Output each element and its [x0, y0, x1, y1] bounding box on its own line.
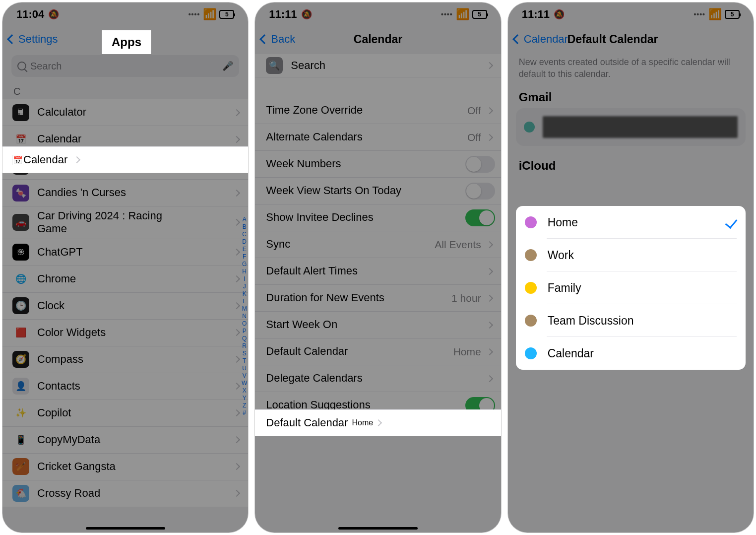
index-letter[interactable]: M: [242, 305, 247, 312]
index-letter[interactable]: Q: [242, 335, 247, 342]
app-name: Cricket Gangsta: [37, 460, 120, 473]
chevron-right-icon: [233, 436, 240, 443]
index-letter[interactable]: A: [242, 216, 247, 223]
gmail-calendar-row[interactable]: [516, 108, 746, 146]
toggle-switch[interactable]: [465, 183, 495, 200]
index-letter[interactable]: I: [242, 275, 247, 282]
index-letter[interactable]: O: [242, 320, 247, 327]
settings-row[interactable]: Start Week On: [255, 312, 501, 338]
app-name: Chrome: [37, 272, 80, 285]
app-row[interactable]: 🖩 Calculator: [2, 99, 248, 126]
calendar-option-row[interactable]: Calendar: [516, 337, 746, 370]
app-icon: 🌐: [12, 270, 29, 287]
index-letter[interactable]: Y: [242, 395, 247, 401]
settings-row[interactable]: Default Alert Times: [255, 258, 501, 285]
back-label: Settings: [18, 33, 58, 46]
index-letter[interactable]: H: [242, 268, 247, 275]
index-letter[interactable]: W: [242, 380, 247, 387]
app-row[interactable]: 🕒 Clock: [2, 293, 248, 320]
settings-row[interactable]: Alternate CalendarsOff: [255, 124, 501, 151]
mic-icon[interactable]: 🎤: [222, 61, 233, 71]
chevron-right-icon: [486, 241, 493, 248]
back-button[interactable]: Calendar: [514, 33, 568, 46]
app-row-calendar-highlight[interactable]: 📅 Calendar: [2, 146, 248, 173]
home-indicator[interactable]: [338, 527, 418, 530]
index-letter[interactable]: L: [242, 298, 247, 305]
index-letter[interactable]: G: [242, 261, 247, 268]
index-letter[interactable]: J: [242, 283, 247, 290]
calendar-option-row[interactable]: Home: [516, 206, 746, 239]
index-letter[interactable]: B: [242, 223, 247, 230]
app-row[interactable]: 🚗 Car Driving 2024 : Racing Game: [2, 206, 248, 239]
chevron-right-icon: [233, 219, 240, 226]
calendar-option-row[interactable]: Family: [516, 271, 746, 304]
app-row[interactable]: 🧭 Compass: [2, 346, 248, 373]
index-letter[interactable]: X: [242, 387, 247, 394]
app-name: Color Widgets: [37, 326, 110, 339]
settings-row[interactable]: Default CalendarHome: [255, 338, 501, 365]
settings-row[interactable]: Week Numbers: [255, 151, 501, 178]
chevron-right-icon: [486, 294, 493, 301]
chevron-left-icon: [259, 34, 269, 44]
index-letter[interactable]: N: [242, 313, 247, 320]
chevron-right-icon: [233, 275, 240, 282]
index-letter[interactable]: U: [242, 365, 247, 372]
settings-row[interactable]: Time Zone OverrideOff: [255, 97, 501, 124]
app-row[interactable]: 🟥 Color Widgets: [2, 320, 248, 346]
app-row[interactable]: 🌐 Chrome: [2, 266, 248, 293]
app-icon: 🏏: [12, 458, 29, 475]
index-letter[interactable]: P: [242, 328, 247, 334]
chevron-right-icon: [73, 156, 80, 163]
calendar-option-row[interactable]: Work: [516, 239, 746, 271]
chevron-right-icon: [233, 249, 240, 256]
settings-row[interactable]: Duration for New Events1 hour: [255, 285, 501, 312]
index-letter[interactable]: D: [242, 238, 247, 245]
settings-row[interactable]: Delegate Calendars: [255, 365, 501, 392]
index-bar[interactable]: ABCDEFGHIJKLMNOPQRSTUVWXYZ#: [242, 216, 247, 416]
settings-row[interactable]: 🔍Search: [255, 54, 501, 77]
app-row[interactable]: ✨ Copilot: [2, 400, 248, 427]
app-row[interactable]: 👤 Contacts: [2, 373, 248, 400]
back-button[interactable]: Back: [261, 33, 295, 46]
app-icon: ֎: [12, 244, 29, 261]
row-label: Week Numbers: [266, 157, 345, 170]
row-value: 1 hour: [451, 292, 481, 304]
settings-row[interactable]: Week View Starts On Today: [255, 178, 501, 204]
row-default-calendar-highlight[interactable]: Default Calendar Home: [255, 409, 501, 436]
app-row[interactable]: ֎ ChatGPT: [2, 239, 248, 266]
index-letter[interactable]: K: [242, 290, 247, 297]
back-button[interactable]: Settings: [8, 33, 58, 46]
search-field[interactable]: Search 🎤: [11, 55, 239, 77]
wifi-icon: 📶: [708, 8, 722, 21]
cell-dots-icon: ••••: [693, 10, 705, 18]
app-row[interactable]: 🍬 Candies 'n Curses: [2, 180, 248, 206]
settings-row[interactable]: Show Invitee Declines: [255, 204, 501, 231]
mute-icon: 🔕: [48, 9, 59, 20]
screen-calendar-settings: 11:11 🔕 •••• 📶 5 Back Calendar 🔍SearchTi…: [254, 2, 501, 533]
calendar-option-row[interactable]: Team Discussion: [516, 304, 746, 337]
app-name: Car Driving 2024 : Racing Game: [37, 209, 186, 236]
app-row[interactable]: 📱 CopyMyData: [2, 427, 248, 454]
chevron-right-icon: [233, 189, 240, 196]
toggle-switch[interactable]: [465, 156, 495, 173]
app-name: Calendar: [23, 153, 71, 166]
index-letter[interactable]: E: [242, 246, 247, 253]
index-letter[interactable]: F: [242, 253, 247, 260]
index-letter[interactable]: #: [242, 409, 247, 416]
toggle-switch[interactable]: [465, 209, 495, 226]
settings-row[interactable]: SyncAll Events: [255, 231, 501, 258]
home-indicator[interactable]: [86, 527, 165, 530]
screen-apps: 11:04 🔕 •••• 📶 5 Settings Apps Search 🎤 …: [2, 2, 249, 533]
row-label: Duration for New Events: [266, 291, 388, 304]
index-letter[interactable]: T: [242, 357, 247, 364]
index-letter[interactable]: S: [242, 350, 247, 357]
app-name: CopyMyData: [37, 433, 104, 446]
index-letter[interactable]: Z: [242, 402, 247, 409]
chevron-left-icon: [512, 34, 522, 44]
index-letter[interactable]: R: [242, 342, 247, 349]
app-row[interactable]: 🏏 Cricket Gangsta: [2, 454, 248, 480]
app-name: Compass: [37, 353, 87, 366]
index-letter[interactable]: C: [242, 231, 247, 238]
app-row[interactable]: 🐔 Crossy Road: [2, 480, 248, 507]
index-letter[interactable]: V: [242, 372, 247, 379]
